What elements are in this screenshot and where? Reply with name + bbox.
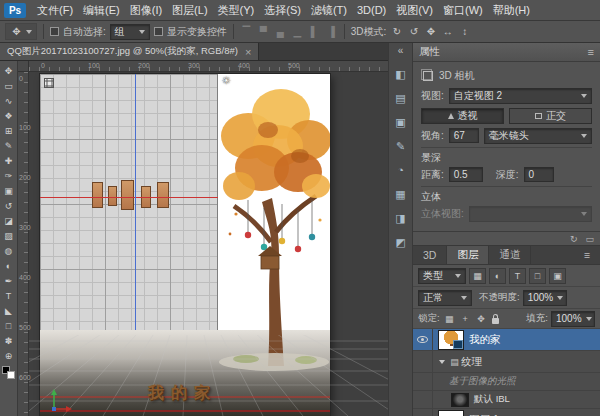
lock-all-icon[interactable] — [492, 318, 499, 324]
color-swatches[interactable] — [2, 366, 15, 379]
auto-select-target-dropdown[interactable]: 组 — [110, 24, 150, 40]
tool-blur-icon[interactable]: ◍ — [1, 243, 17, 258]
tool-lasso-icon[interactable]: ∿ — [1, 93, 17, 108]
background-color-swatch[interactable] — [7, 371, 15, 379]
menu-item-3d[interactable]: 3D(D) — [352, 0, 391, 20]
menu-item-type[interactable]: 类型(Y) — [213, 0, 260, 20]
panel-menu-icon[interactable]: ≡ — [588, 46, 594, 58]
distance-field[interactable]: 0.5 — [449, 167, 483, 182]
menu-item-file[interactable]: 文件(F) — [32, 0, 78, 20]
tool-eraser-icon[interactable]: ◪ — [1, 213, 17, 228]
align-top-icon[interactable]: ▔ — [240, 26, 253, 37]
tool-marquee-icon[interactable]: ▭ — [1, 78, 17, 93]
layer-name[interactable]: 默认 IBL — [474, 393, 510, 406]
align-bottom-icon[interactable]: ▄ — [274, 26, 287, 37]
tool-clone-stamp-icon[interactable]: ▣ — [1, 183, 17, 198]
collapsed-panel-icon[interactable]: ◔ — [392, 161, 410, 179]
menu-item-edit[interactable]: 编辑(E) — [78, 0, 125, 20]
view-dropdown[interactable]: 自定视图 2 — [449, 88, 592, 104]
blend-mode-dropdown[interactable]: 正常 — [418, 290, 472, 306]
collapsed-panel-icon[interactable]: ◩ — [392, 233, 410, 251]
tool-brush-icon[interactable]: ✑ — [1, 168, 17, 183]
layer-name[interactable]: 纹理 — [461, 355, 482, 369]
layer-row-ibl-group[interactable]: 基于图像的光照 — [413, 373, 600, 391]
extrusion-block[interactable] — [92, 182, 103, 208]
3d-drag-icon[interactable]: ✥ — [424, 26, 437, 37]
tab-properties[interactable]: 属性 — [419, 45, 440, 59]
3d-roll-icon[interactable]: ↺ — [407, 26, 420, 37]
tool-dodge-icon[interactable]: ◐ — [1, 258, 17, 273]
delete-icon[interactable]: ▭ — [585, 234, 594, 244]
menu-item-layer[interactable]: 图层(L) — [167, 0, 212, 20]
visibility-toggle[interactable] — [413, 329, 433, 350]
tool-heal-icon[interactable]: ✚ — [1, 153, 17, 168]
3d-extruded-text[interactable]: 我的家 — [148, 383, 217, 404]
layer-row[interactable]: 图层 1 — [413, 409, 600, 416]
auto-select-checkbox[interactable] — [50, 27, 59, 36]
dock-collapse-button[interactable]: « — [398, 43, 404, 59]
visibility-toggle[interactable] — [413, 373, 433, 390]
layer-name[interactable]: 我的家 — [469, 333, 501, 347]
tool-eyedropper-icon[interactable]: ✎ — [1, 138, 17, 153]
tool-move-icon[interactable]: ✥ — [1, 63, 17, 78]
filter-smart-object-icon[interactable]: ▣ — [549, 268, 566, 284]
lock-position-icon[interactable]: ✥ — [475, 314, 488, 324]
3d-axis-widget[interactable] — [48, 387, 72, 413]
filter-adjustment-icon[interactable]: ◐ — [489, 268, 506, 284]
extrusion-block[interactable] — [121, 180, 134, 210]
tool-crop-icon[interactable]: ⊞ — [1, 123, 17, 138]
visibility-toggle[interactable] — [413, 391, 433, 408]
extrusion-block[interactable] — [157, 182, 169, 208]
visibility-toggle[interactable] — [413, 351, 433, 372]
3d-rotate-icon[interactable]: ↻ — [390, 26, 403, 37]
opacity-dropdown[interactable]: 100% — [523, 290, 567, 306]
3d-light-widget-icon[interactable]: ✳ — [222, 75, 230, 86]
orthographic-button[interactable]: 正交 — [509, 108, 592, 124]
filter-pixel-icon[interactable]: ▦ — [469, 268, 486, 284]
tab-layers[interactable]: 图层 — [447, 246, 489, 264]
menu-item-select[interactable]: 选择(S) — [259, 0, 306, 20]
layer-thumbnail[interactable] — [438, 330, 464, 350]
tab-channels[interactable]: 通道 — [489, 246, 531, 264]
filter-type-dropdown[interactable]: 类型 — [418, 268, 466, 284]
ruler-origin[interactable] — [18, 61, 29, 72]
fill-dropdown[interactable]: 100% — [551, 311, 595, 327]
collapsed-panel-icon[interactable]: ◨ — [392, 209, 410, 227]
collapsed-panel-icon[interactable]: ▣ — [392, 113, 410, 131]
menu-item-filter[interactable]: 滤镜(T) — [306, 0, 352, 20]
collapsed-panel-icon[interactable]: ▦ — [392, 185, 410, 203]
collapsed-panel-icon[interactable]: ▤ — [392, 89, 410, 107]
layer-name[interactable]: 图层 1 — [469, 413, 499, 416]
tool-type-icon[interactable]: T — [1, 288, 17, 303]
layer-row-selected[interactable]: 我的家 — [413, 329, 600, 351]
tab-3d[interactable]: 3D — [413, 246, 447, 264]
lock-transparency-icon[interactable]: ▦ — [443, 314, 456, 324]
3d-slide-icon[interactable]: ↔ — [441, 26, 454, 37]
align-vcenter-icon[interactable]: ▀ — [257, 26, 270, 37]
collapsed-panel-icon[interactable]: ✎ — [392, 137, 410, 155]
menu-item-image[interactable]: 图像(I) — [125, 0, 167, 20]
horizontal-ruler[interactable] — [29, 61, 388, 72]
view-swap-icon[interactable] — [44, 78, 54, 88]
layer-row-textures[interactable]: ▤ 纹理 — [413, 351, 600, 373]
show-transform-checkbox[interactable] — [154, 27, 163, 36]
lens-dropdown[interactable]: 毫米镜头 — [484, 128, 592, 144]
layer-name[interactable]: 基于图像的光照 — [449, 375, 516, 388]
tool-quick-select-icon[interactable]: ❖ — [1, 108, 17, 123]
texture-thumbnail[interactable] — [451, 393, 469, 407]
menu-item-view[interactable]: 视图(V) — [391, 0, 438, 20]
lock-paint-icon[interactable]: + — [459, 314, 472, 324]
collapsed-panel-icon[interactable]: ◧ — [392, 65, 410, 83]
menu-item-window[interactable]: 窗口(W) — [438, 0, 488, 20]
fov-field[interactable]: 67 — [449, 128, 479, 143]
layer-thumbnail[interactable] — [438, 410, 464, 416]
document-tab[interactable]: QQ图片20171023100727.jpg @ 50%(我的家, RGB/8#… — [0, 43, 259, 60]
filter-type-icon[interactable]: T — [509, 268, 526, 284]
align-left-icon[interactable]: ▌ — [308, 26, 321, 37]
visibility-toggle[interactable] — [413, 409, 433, 416]
3d-scale-icon[interactable]: ↕ — [458, 26, 471, 37]
tool-zoom-icon[interactable]: ⊕ — [1, 348, 17, 363]
tool-pen-icon[interactable]: ✒ — [1, 273, 17, 288]
extrusion-block[interactable] — [108, 186, 117, 206]
align-right-icon[interactable]: ▐ — [325, 26, 338, 37]
